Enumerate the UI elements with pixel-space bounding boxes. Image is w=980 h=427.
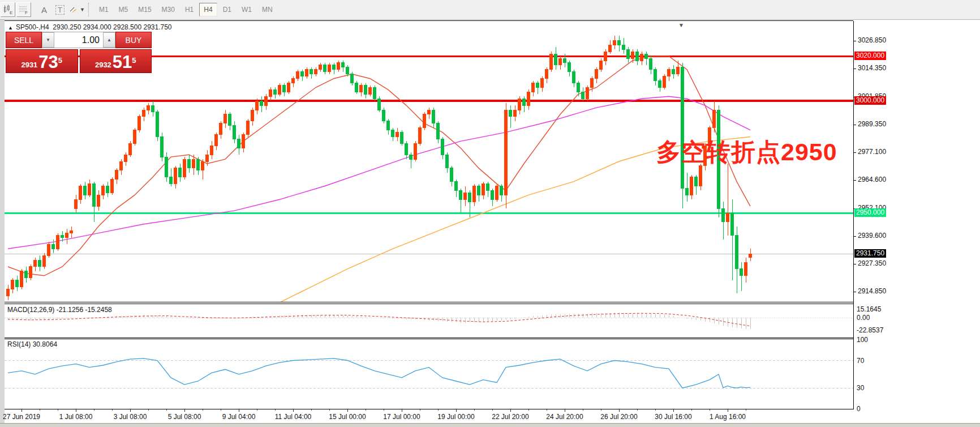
volume-stepper: ▼ 1.00 ▲ (42, 32, 115, 48)
symbol-name: SP500-,H4 (16, 23, 49, 31)
panel-top-border (5, 20, 853, 21)
time-label: 17 Jul 00:00 (383, 413, 420, 421)
chart-shift-marker[interactable]: ▼ (678, 22, 684, 28)
macd-tick: 0.00 (857, 314, 870, 322)
symbol-ohlc: 2930.250 2934.000 2928.500 2931.750 (53, 23, 171, 31)
status-strip (0, 423, 980, 427)
buy-button[interactable]: BUY (115, 32, 152, 48)
time-label: 26 Jul 20:00 (600, 413, 637, 421)
top-toolbar: E F A T ▼ M1M5M15M30H1H4D1W1 (0, 0, 980, 20)
grid-f-glyph: F (25, 10, 28, 15)
one-click-trading-panel: SELL ▼ 1.00 ▲ BUY 2931 73 5 2932 51 5 (6, 32, 152, 73)
time-label: 24 Jul 20:00 (546, 413, 583, 421)
time-label: 19 Jul 00:00 (437, 413, 474, 421)
rsi-separator[interactable] (5, 338, 853, 338)
volume-input[interactable]: 1.00 (54, 32, 103, 48)
timeframe-button-m30[interactable]: M30 (157, 3, 179, 16)
buy-price-pips: 51 (113, 54, 132, 71)
price-badge-3020.000: 3020.000 (854, 52, 886, 60)
rsi-label: RSI(14) 30.8064 (7, 340, 57, 348)
price-badge-3000.000: 3000.000 (854, 96, 886, 105)
macd-panel[interactable] (5, 304, 853, 338)
timeframe-button-d1[interactable]: D1 (218, 3, 236, 16)
timeframe-button-h4[interactable]: H4 (199, 3, 217, 16)
sell-price-point: 5 (58, 50, 62, 71)
data-grid-button[interactable]: F (16, 2, 31, 17)
price-tick: 2939.600 (858, 232, 886, 240)
text-box-button[interactable]: T (53, 2, 67, 17)
macd-separator-b[interactable] (5, 304, 853, 304)
price-axis-border (853, 21, 854, 409)
timeframe-group: M1M5M15M30H1H4D1W1MN (94, 3, 278, 16)
text-label-button[interactable]: A (37, 2, 51, 17)
chart-window-button[interactable]: E (1, 2, 15, 17)
mt4-terminal: { "toolbar": { "icon_buttons": [ {"name"… (0, 0, 980, 427)
toolbar-separator (88, 3, 92, 16)
macd-separator[interactable] (5, 302, 853, 302)
symbol-triangle-icon: ▲ (8, 25, 13, 31)
rsi-tick: 0 (857, 405, 861, 413)
timeframe-button-m1[interactable]: M1 (94, 3, 113, 16)
sell-price-display[interactable]: 2931 73 5 (6, 49, 78, 73)
chart-e-glyph: E (10, 10, 12, 15)
rsi-panel[interactable] (5, 339, 853, 409)
time-label: 1 Aug 16:00 (710, 413, 746, 421)
buy-price-display[interactable]: 2932 51 5 (80, 49, 152, 73)
time-label: 11 Jul 04:00 (275, 413, 312, 421)
chevron-down-icon: ▼ (80, 7, 85, 12)
price-tick: 3014.350 (858, 64, 886, 72)
timeframe-button-m15[interactable]: M15 (134, 3, 156, 16)
price-tick: 2964.600 (858, 176, 886, 183)
time-axis-border (5, 409, 853, 409)
time-label: 15 Jul 00:00 (329, 413, 366, 421)
triangle-down-icon: ▼ (46, 37, 50, 42)
time-label: 3 Jul 08:00 (114, 413, 147, 421)
volume-decrease-button[interactable]: ▼ (42, 32, 54, 48)
macd-tick: -22.8537 (857, 326, 883, 334)
macd-label: MACD(12,26,9) -21.1256 -15.2458 (7, 306, 112, 314)
time-label: 5 Jul 08:00 (168, 413, 201, 421)
price-tick: 3026.850 (858, 36, 886, 44)
cursor-modes-button[interactable]: ▼ (68, 2, 85, 17)
time-label: 30 Jul 16:00 (655, 413, 691, 421)
time-label: 1 Jul 08:00 (59, 413, 93, 421)
timeframe-button-mn[interactable]: MN (257, 3, 277, 16)
chart-annotation-text: 多空转折点2950 (656, 136, 837, 169)
buy-price-point: 5 (132, 50, 136, 71)
timeframe-button-h1[interactable]: H1 (180, 3, 198, 16)
rsi-tick: 100 (857, 336, 868, 344)
sell-button[interactable]: SELL (6, 32, 42, 48)
symbol-info: ▲SP500-,H4 2930.250 2934.000 2928.500 29… (8, 23, 172, 31)
price-tick: 2914.850 (858, 287, 886, 295)
volume-increase-button[interactable]: ▲ (103, 32, 115, 48)
price-tick: 2989.350 (858, 120, 886, 128)
rsi-tick: 30 (857, 384, 864, 392)
macd-tick: 15.1645 (857, 305, 881, 313)
time-label: 27 Jun 2019 (3, 413, 40, 421)
rsi-separator-b[interactable] (5, 339, 853, 339)
time-label: 9 Jul 04:00 (222, 413, 256, 421)
price-tick: 2977.100 (858, 148, 886, 156)
sell-price-base: 2931 (21, 59, 37, 71)
price-tick: 2927.350 (858, 259, 886, 267)
timeframe-button-w1[interactable]: W1 (237, 3, 256, 16)
arrows-icon (69, 6, 78, 14)
buy-price-base: 2932 (95, 59, 111, 71)
timeframe-button-m5[interactable]: M5 (114, 3, 133, 16)
triangle-up-icon: ▲ (107, 37, 111, 42)
time-label: 22 Jul 20:00 (492, 413, 528, 421)
sell-price-pips: 73 (38, 54, 58, 71)
price-badge-2931.750: 2931.750 (854, 249, 886, 258)
rsi-tick: 70 (857, 357, 864, 365)
price-badge-2950.000: 2950.000 (854, 208, 886, 217)
